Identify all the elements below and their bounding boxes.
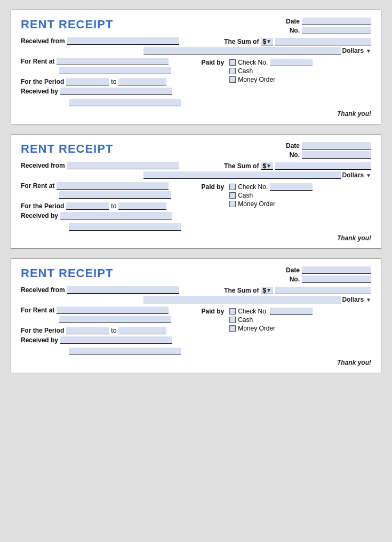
received-by-field-2[interactable] (60, 212, 172, 219)
money-order-label-3: Money Order (238, 325, 275, 332)
thank-you-2: Thank you! (21, 234, 371, 242)
dollars-label-3: Dollars (342, 296, 364, 303)
received-by-field2-1[interactable] (69, 99, 181, 106)
for-rent-field2-1[interactable] (59, 67, 171, 74)
rent-receipt-2: RENT RECEIPT Date No. Received from The … (11, 134, 381, 249)
sum-field-1[interactable] (275, 38, 371, 45)
rent-receipt-1: RENT RECEIPT Date No. Received from The … (11, 10, 381, 124)
dollar-sign-2[interactable]: $▼ (261, 162, 273, 170)
received-by-label-3: Received by (21, 336, 58, 344)
no-label-2: No. (285, 151, 300, 159)
cash-label-2: Cash (238, 192, 253, 199)
for-rent-field-1[interactable] (57, 58, 169, 65)
receipt-title-1: RENT RECEIPT (21, 18, 285, 32)
date-field-1[interactable] (302, 18, 371, 25)
check-no-label-3: Check No. (238, 308, 268, 315)
dollar-sign-1[interactable]: $▼ (261, 38, 273, 45)
for-rent-field-3[interactable] (57, 307, 169, 314)
period-to-field-1[interactable] (118, 78, 166, 85)
for-rent-field2-2[interactable] (59, 191, 171, 199)
date-field-3[interactable] (302, 266, 371, 274)
paid-by-label-3: Paid by (202, 308, 225, 315)
received-from-label-2: Received from (21, 162, 65, 169)
dollars-label-2: Dollars (342, 171, 364, 179)
to-label-3: to (111, 327, 116, 334)
for-the-period-label-1: For the Period (21, 78, 64, 85)
receipt-title-2: RENT RECEIPT (21, 142, 285, 156)
cash-checkbox-2[interactable] (229, 192, 236, 199)
check-no-label-1: Check No. (238, 59, 268, 66)
received-by-field2-2[interactable] (69, 223, 181, 231)
dollar-dropdown-1[interactable]: ▼ (266, 38, 271, 44)
date-label-3: Date (285, 266, 300, 274)
cash-label-1: Cash (238, 67, 253, 75)
no-label-1: No. (285, 27, 300, 34)
dollars-dropdown-2[interactable]: ▼ (366, 172, 371, 178)
period-from-field-3[interactable] (66, 327, 109, 334)
cash-checkbox-1[interactable] (229, 68, 236, 74)
received-from-field-2[interactable] (67, 162, 179, 169)
received-from-label-3: Received from (21, 286, 65, 294)
dollar-dropdown-3[interactable]: ▼ (266, 287, 271, 293)
no-field-2[interactable] (302, 151, 371, 159)
cash-checkbox-3[interactable] (229, 317, 236, 323)
check-no-checkbox-3[interactable] (229, 308, 236, 315)
cash-label-3: Cash (238, 316, 253, 324)
date-label-1: Date (285, 18, 300, 25)
the-sum-of-label-1: The Sum of (224, 38, 259, 45)
money-order-checkbox-2[interactable] (229, 201, 236, 207)
period-from-field-1[interactable] (66, 78, 109, 85)
received-by-label-1: Received by (21, 88, 58, 95)
period-to-field-3[interactable] (118, 327, 166, 334)
dollars-label-1: Dollars (342, 47, 364, 54)
for-rent-at-label-3: For Rent at (21, 307, 54, 314)
received-from-field-3[interactable] (67, 286, 179, 294)
paid-by-label-1: Paid by (202, 59, 225, 66)
received-by-field-3[interactable] (60, 336, 172, 344)
for-the-period-label-2: For the Period (21, 202, 64, 210)
the-sum-of-label-3: The Sum of (224, 287, 259, 294)
the-sum-of-label-2: The Sum of (224, 162, 259, 170)
period-to-field-2[interactable] (118, 202, 166, 210)
received-by-field-1[interactable] (60, 88, 172, 95)
to-label-2: to (111, 202, 116, 210)
received-from-field-1[interactable] (67, 37, 179, 45)
check-no-field-3[interactable] (270, 308, 313, 315)
date-field-2[interactable] (302, 142, 371, 150)
check-no-field-1[interactable] (270, 59, 313, 66)
check-no-checkbox-1[interactable] (229, 59, 236, 66)
no-label-3: No. (285, 276, 300, 283)
for-the-period-label-3: For the Period (21, 327, 64, 334)
for-rent-field2-3[interactable] (59, 316, 171, 323)
money-order-label-2: Money Order (238, 200, 275, 208)
money-order-label-1: Money Order (238, 76, 275, 83)
received-by-field2-3[interactable] (69, 348, 181, 355)
rent-receipt-3: RENT RECEIPT Date No. Received from The … (11, 258, 381, 373)
paid-by-label-2: Paid by (202, 183, 225, 191)
sum-field-2[interactable] (275, 162, 371, 170)
check-no-field-2[interactable] (270, 183, 313, 191)
to-label-1: to (111, 78, 116, 85)
for-rent-at-label-2: For Rent at (21, 182, 54, 190)
received-from-label-1: Received from (21, 37, 65, 45)
dollars-dropdown-3[interactable]: ▼ (366, 297, 371, 303)
money-order-checkbox-3[interactable] (229, 325, 236, 332)
check-no-label-2: Check No. (238, 183, 268, 191)
for-rent-field-2[interactable] (57, 182, 169, 190)
thank-you-1: Thank you! (21, 110, 371, 117)
sum-field-3[interactable] (275, 287, 371, 294)
dollars-field-1[interactable] (143, 47, 341, 54)
no-field-1[interactable] (302, 27, 371, 34)
period-from-field-2[interactable] (66, 202, 109, 210)
date-label-2: Date (285, 142, 300, 150)
no-field-3[interactable] (302, 276, 371, 283)
money-order-checkbox-1[interactable] (229, 76, 236, 83)
dollars-dropdown-1[interactable]: ▼ (366, 48, 371, 54)
dollar-sign-3[interactable]: $▼ (261, 287, 273, 294)
dollars-field-2[interactable] (143, 171, 341, 179)
receipt-title-3: RENT RECEIPT (21, 266, 285, 280)
check-no-checkbox-2[interactable] (229, 184, 236, 190)
dollars-field-3[interactable] (143, 296, 341, 303)
thank-you-3: Thank you! (21, 359, 371, 366)
dollar-dropdown-2[interactable]: ▼ (266, 163, 271, 169)
